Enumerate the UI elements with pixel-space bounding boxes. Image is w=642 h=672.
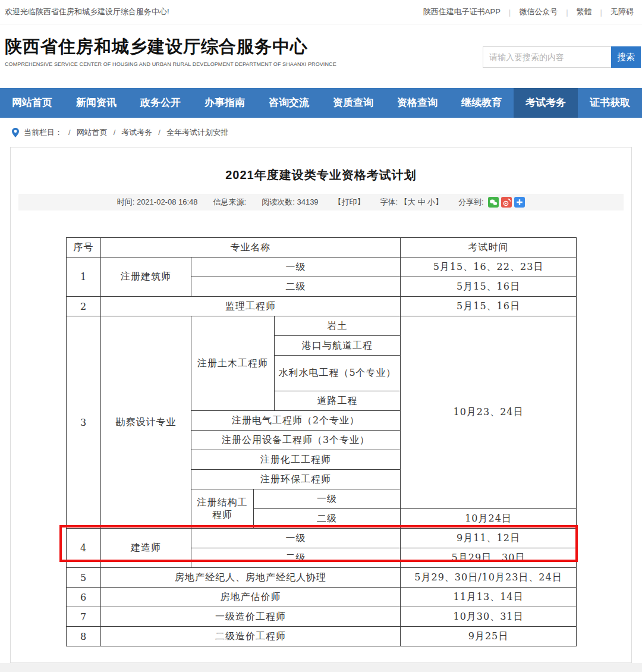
print-button[interactable]: 【打印】 <box>334 197 365 208</box>
nav-item-certificate[interactable]: 证书获取 <box>578 88 642 118</box>
site-header: 陕西省住房和城乡建设厅综合服务中心 COMPREHENSIVE SERVICE … <box>0 24 642 88</box>
nav-item-continuing-education[interactable]: 继续教育 <box>449 88 514 118</box>
welcome-text: 欢迎光临陕西省住房和城乡建设厅综合服务中心! <box>5 7 169 17</box>
table-row: 3 勘察设计专业 注册土木工程师 岩土 10月23、24日 <box>67 316 577 336</box>
cell-r1-name: 注册建筑师 <box>101 258 191 297</box>
cell-r7-name: 一级造价工程师 <box>101 607 401 627</box>
nav-item-qualification-query[interactable]: 资质查询 <box>321 88 385 118</box>
cell-civil-sub-geotech: 岩土 <box>275 316 401 336</box>
site-title: 陕西省住房和城乡建设厅综合服务中心 <box>5 35 336 59</box>
cell-r1-time2: 5月15、16日 <box>401 277 577 297</box>
cell-r1-level1: 一级 <box>191 258 401 277</box>
search-box: 搜索 <box>483 46 641 68</box>
meta-views-label: 阅读次数: <box>262 197 295 206</box>
share-more-icon[interactable] <box>514 197 525 208</box>
cell-civil-engineer: 注册土木工程师 <box>191 316 275 411</box>
breadcrumb-item-annual-plan[interactable]: 全年考试计划安排 <box>166 127 228 138</box>
cell-r4-time1: 9月11、12日 <box>401 529 577 548</box>
table-row: 2 监理工程师 5月15、16日 <box>67 297 577 316</box>
meta-views: 阅读次数: 34139 <box>262 197 318 208</box>
cell-r2-name: 监理工程师 <box>101 297 401 316</box>
table-row: 5 房地产经纪人、房地产经纪人协理 5月29、30日/10月23日、24日 <box>67 568 577 588</box>
cell-r1-no: 1 <box>67 258 101 297</box>
main-nav: 网站首页 新闻资讯 政务公开 办事指南 咨询交流 资质查询 资格查询 继续教育 … <box>0 88 642 118</box>
header-cell-major: 专业名称 <box>101 238 401 258</box>
cell-r4-no: 4 <box>67 529 101 568</box>
top-link-wechat-official[interactable]: 微信公众号 <box>517 7 560 17</box>
cell-r2-time: 5月15、16日 <box>401 297 577 316</box>
cell-r5-name: 房地产经纪人、房地产经纪人协理 <box>101 568 401 588</box>
breadcrumb-separator: / <box>68 128 71 137</box>
weibo-icon[interactable] <box>501 197 512 208</box>
table-row-highlighted: 4 建造师 一级 9月11、12日 <box>67 529 577 548</box>
nav-item-home[interactable]: 网站首页 <box>0 88 64 118</box>
divider: | <box>600 8 602 17</box>
cell-r6-name: 房地产估价师 <box>101 588 401 607</box>
cell-chemical-engineer: 注册化工工程师 <box>191 450 401 470</box>
top-links: 陕西住建电子证书APP | 微信公众号 | 繁體 | 无障碍 <box>421 7 636 17</box>
content-panel: 2021年度建设类专业资格考试计划 时间: 2021-02-08 16:48 信… <box>10 147 632 663</box>
table-row: 7 一级造价工程师 10月30、31日 <box>67 607 577 627</box>
location-pin-icon <box>12 128 19 137</box>
exam-schedule: 序号 专业名称 考试时间 1 注册建筑师 一级 5月15、16、22、23日 二… <box>66 237 576 646</box>
cell-r6-time: 11月13、14日 <box>401 588 577 607</box>
header-cell-time: 考试时间 <box>401 238 577 258</box>
top-link-accessibility[interactable]: 无障碍 <box>608 7 636 17</box>
cell-r4-level2: 二级 <box>191 548 401 568</box>
cell-structural-engineer: 注册结构工程师 <box>191 489 254 529</box>
article-meta-bar: 时间: 2021-02-08 16:48 信息来源: 阅读次数: 34139 【… <box>18 194 624 211</box>
site-logo: 陕西省住房和城乡建设厅综合服务中心 COMPREHENSIVE SERVICE … <box>5 35 336 67</box>
breadcrumb: 当前栏目： / 网站首页 / 考试考务 / 全年考试计划安排 <box>0 118 642 147</box>
page-title: 2021年度建设类专业资格考试计划 <box>11 147 631 183</box>
nav-item-news[interactable]: 新闻资讯 <box>64 88 128 118</box>
wechat-icon[interactable] <box>488 197 499 208</box>
cell-r3-time-main: 10月23、24日 <box>401 316 577 509</box>
cell-r3-no: 3 <box>67 316 101 529</box>
site-subtitle: COMPREHENSIVE SERVICE CENTER OF HOUSING … <box>5 61 336 67</box>
cell-r4-time2: 5月29日、30日 <box>401 548 577 568</box>
font-size-switcher[interactable]: 【大 中 小】 <box>400 197 443 206</box>
meta-time-value: 2021-02-08 16:48 <box>137 197 198 206</box>
nav-item-exam-affairs[interactable]: 考试考务 <box>514 88 578 118</box>
meta-time-label: 时间: <box>117 197 135 206</box>
cell-r7-no: 7 <box>67 607 101 627</box>
breadcrumb-item-home[interactable]: 网站首页 <box>77 127 108 138</box>
meta-time: 时间: 2021-02-08 16:48 <box>117 197 198 208</box>
nav-item-consultation[interactable]: 咨询交流 <box>257 88 321 118</box>
cell-environmental-engineer: 注册环保工程师 <box>191 470 401 489</box>
top-link-traditional-chinese[interactable]: 繁體 <box>574 7 594 17</box>
cell-r4-name: 建造师 <box>101 529 191 568</box>
search-input[interactable] <box>483 46 611 68</box>
breadcrumb-item-exam[interactable]: 考试考务 <box>121 127 152 138</box>
meta-font: 字体: 【大 中 小】 <box>380 197 443 208</box>
cell-r8-no: 8 <box>67 627 101 646</box>
cell-civil-sub-hydro: 水利水电工程（5个专业） <box>275 356 401 391</box>
share-icons <box>486 197 525 208</box>
divider: | <box>566 8 568 17</box>
share-label: 分享到: <box>458 197 484 206</box>
cell-civil-sub-road: 道路工程 <box>275 391 401 411</box>
table-header-row: 序号 专业名称 考试时间 <box>67 238 577 258</box>
cell-r7-time: 10月30、31日 <box>401 607 577 627</box>
cell-r5-no: 5 <box>67 568 101 588</box>
cell-utility-engineer: 注册公用设备工程师（3个专业） <box>191 431 401 450</box>
cell-r8-name: 二级造价工程师 <box>101 627 401 646</box>
page-footer-strip <box>0 663 642 672</box>
cell-structural-level2: 二级 <box>254 509 401 529</box>
exam-schedule-table: 序号 专业名称 考试时间 1 注册建筑师 一级 5月15、16、22、23日 二… <box>66 237 577 646</box>
cell-r2-no: 2 <box>67 297 101 316</box>
breadcrumb-separator: / <box>114 128 116 137</box>
cell-r3-name: 勘察设计专业 <box>101 316 191 529</box>
font-size-label: 字体: <box>380 197 398 206</box>
nav-item-credential-query[interactable]: 资格查询 <box>385 88 449 118</box>
nav-item-gov-affairs[interactable]: 政务公开 <box>128 88 193 118</box>
nav-item-service-guide[interactable]: 办事指南 <box>193 88 257 118</box>
cell-r1-level2: 二级 <box>191 277 401 297</box>
table-row: 1 注册建筑师 一级 5月15、16、22、23日 <box>67 258 577 277</box>
search-button[interactable]: 搜索 <box>611 46 641 68</box>
cell-r8-time: 9月25日 <box>401 627 577 646</box>
cell-structural-level1: 一级 <box>254 489 401 509</box>
meta-source-label: 信息来源: <box>213 197 247 208</box>
breadcrumb-separator: / <box>158 128 160 137</box>
top-link-cert-app[interactable]: 陕西住建电子证书APP <box>421 7 503 17</box>
